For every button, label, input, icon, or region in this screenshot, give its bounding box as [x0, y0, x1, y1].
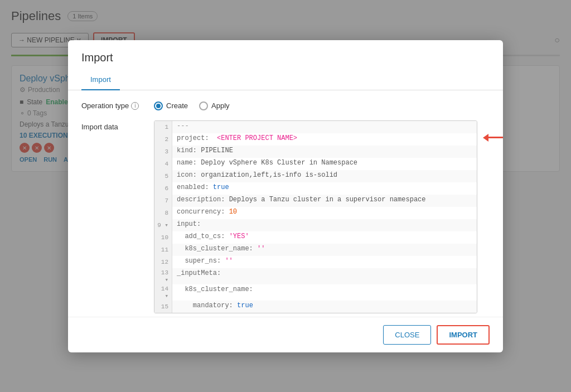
modal-footer: CLOSE IMPORT [68, 317, 503, 352]
code-line-8: 8 concurrency: 10 [154, 207, 477, 219]
import-data-row: Import data 1 --- 2 project: <ENTER PROJ… [81, 120, 490, 317]
modal-header: Import Import [68, 40, 503, 90]
code-line-13: 13 ▾ _inputMeta: [154, 268, 477, 284]
import-data-label: Import data [81, 120, 154, 131]
radio-create-circle [154, 101, 163, 110]
radio-group: Create Apply [154, 101, 230, 110]
read-file-container: READ FROM FILE [154, 313, 477, 317]
code-editor[interactable]: 1 --- 2 project: <ENTER PROJECT NAME> 3 … [154, 120, 477, 313]
info-icon: i [131, 102, 139, 110]
code-editor-container: 1 --- 2 project: <ENTER PROJECT NAME> 3 … [154, 120, 477, 317]
code-line-5: 5 icon: organization,left,is-info is-sol… [154, 170, 477, 182]
arrow-line [488, 137, 503, 138]
close-button[interactable]: CLOSE [383, 325, 431, 345]
code-line-15: 15 mandatory: true [154, 301, 477, 313]
arrow-head [483, 134, 488, 142]
radio-create[interactable]: Create [154, 101, 188, 110]
modal-tabs: Import [68, 71, 503, 90]
radio-create-label: Create [166, 101, 188, 110]
red-arrow [483, 134, 503, 142]
code-line-1: 1 --- [154, 121, 477, 133]
code-line-4: 4 name: Deploy vSphere K8s Cluster in Na… [154, 158, 477, 170]
operation-type-row: Operation type i Create Apply [81, 101, 490, 110]
radio-apply-label: Apply [211, 101, 230, 110]
code-line-11: 11 k8s_cluster_name: '' [154, 244, 477, 256]
radio-apply[interactable]: Apply [199, 101, 230, 110]
code-line-3: 3 kind: PIPELINE [154, 146, 477, 158]
code-line-10: 10 add_to_cs: 'YES' [154, 231, 477, 244]
tab-import[interactable]: Import [81, 71, 120, 90]
code-line-7: 7 description: Deploys a Tanzu cluster i… [154, 195, 477, 207]
code-line-2: 2 project: <ENTER PROJECT NAME> [154, 133, 477, 146]
code-line-9: 9 ▾ input: [154, 219, 477, 231]
import-button-modal[interactable]: IMPORT [437, 325, 490, 345]
modal-body: Operation type i Create Apply [68, 90, 503, 317]
modal-overlay: Import Import Operation type i Create [0, 0, 571, 392]
radio-apply-circle [199, 101, 208, 110]
code-line-6: 6 enabled: true [154, 182, 477, 195]
import-modal: Import Import Operation type i Create [68, 40, 503, 352]
code-line-14: 14 ▾ k8s_cluster_name: [154, 284, 477, 301]
code-line-12: 12 super_ns: '' [154, 256, 477, 268]
operation-type-label: Operation type i [81, 101, 154, 110]
modal-title: Import [81, 51, 490, 64]
